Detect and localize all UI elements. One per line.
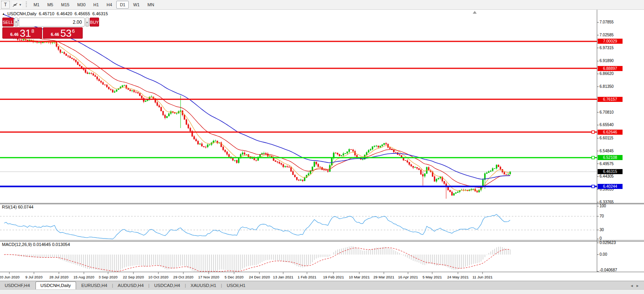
date-label: 19 Feb 2021 [323, 275, 344, 279]
status-bar [0, 289, 644, 294]
date-label: 20 Jun 2020 [0, 275, 20, 279]
rsi-panel[interactable] [0, 204, 644, 241]
tab-usdchf-h4[interactable]: USDCHF,H4 [0, 282, 35, 289]
rsi-axis-label: 70 [600, 214, 604, 218]
price-badge-6.88897: 6.88897 [598, 66, 623, 71]
rsi-axis-label: 0 [600, 236, 602, 241]
spin-down-icon: ▼ [15, 21, 18, 23]
price-axis-label: 6.60115 [600, 136, 613, 140]
price-axis-label: 6.81350 [600, 84, 614, 89]
date-label: 9 Jul 2020 [25, 275, 43, 279]
timeframe-button-M5[interactable]: M5 [44, 1, 57, 9]
volume-input[interactable] [19, 18, 85, 27]
date-label: 11 Jun 2021 [472, 275, 493, 279]
price-axis-label: 6.97315 [600, 46, 614, 50]
price-axis-label: 7.02585 [600, 33, 614, 37]
date-label: 16 Apr 2021 [398, 275, 418, 279]
tab-eurusd-h4[interactable]: EURUSD,H4 [77, 282, 112, 289]
timeframe-button-M30[interactable]: M30 [74, 1, 89, 9]
tab-audusd-h4[interactable]: AUDUSD,H4 [113, 282, 148, 289]
date-label: 10 Mar 2021 [349, 275, 369, 279]
price-badge-6.46315: 6.46315 [598, 169, 623, 174]
buy-price-display[interactable]: 6.46 53 6 [43, 27, 83, 39]
price-axis-label: 6.49575 [600, 162, 614, 166]
date-label: 13 Jan 2021 [273, 275, 293, 279]
date-label: 3 Sep 2020 [99, 275, 118, 279]
macd-panel[interactable] [0, 241, 644, 272]
date-label: 28 Jul 2020 [49, 275, 68, 279]
text-tool-button[interactable]: T [1, 1, 10, 9]
chart-header: ▲ USDCNH,Daily 6.45710 6.46420 6.45655 6… [2, 11, 108, 16]
tab-usdcad-h4[interactable]: USDCAD,H4 [149, 282, 185, 289]
timeframe-button-H4[interactable]: H4 [103, 1, 115, 9]
price-axis-label: 6.54845 [600, 149, 614, 153]
timeframe-buttons: M1M5M15M30H1H4D1W1MN [30, 1, 158, 9]
crosshair-tool-button[interactable]: ▼ [12, 1, 22, 8]
collapse-icon[interactable]: ▲ [2, 12, 5, 16]
chart-tabs: USDCHF,H4USDCNH,DailyEURUSD,H4|AUDUSD,H4… [0, 282, 250, 289]
date-label: 1 Feb 2021 [298, 275, 316, 279]
mt4-window: T ▼ M1M5M15M30H1H4D1W1MN ▲ USDCNH,Daily … [0, 0, 644, 294]
date-label: 10 Oct 2020 [148, 275, 169, 279]
sell-button-label: SELL [3, 20, 13, 25]
chevron-down-icon: ▼ [19, 3, 22, 7]
tab-scroll-arrows: ◄► [630, 284, 642, 288]
price-badge-6.40244: 6.40244 [598, 184, 623, 189]
rsi-label: RSI(14) 60.0744 [2, 205, 34, 209]
volume-down-button[interactable]: ▼ [14, 18, 18, 27]
timeframe-button-M15[interactable]: M15 [57, 1, 73, 9]
tab-scroll-right-icon[interactable]: ► [636, 284, 642, 288]
sell-price-display[interactable]: 6.46 31 8 [2, 27, 42, 39]
buy-price-pip: 6 [72, 28, 75, 34]
price-chart-panel[interactable] [0, 10, 644, 203]
ohlc-open: 6.45710 [39, 11, 54, 16]
rsi-axis-label: 30 [600, 228, 604, 232]
tab-xauusd-h1[interactable]: XAUUSD,H1 [186, 282, 221, 289]
date-label: 5 May 2021 [422, 275, 442, 279]
price-axis-label: 6.44305 [600, 174, 614, 178]
macd-axis-label: -0.040687 [600, 268, 617, 272]
sell-price-big: 31 [20, 29, 31, 38]
price-badge-6.62646: 6.62646 [598, 130, 623, 135]
toolbar-grip[interactable] [26, 2, 27, 8]
buy-button[interactable]: BUY [90, 18, 99, 27]
macd-label: MACD(12,26,9) 0.014645 0.013054 [2, 242, 70, 247]
crosshair-icon [12, 2, 18, 7]
one-click-trading-panel: SELL ▼ ▲ BUY 6.46 31 8 6.46 53 6 [2, 18, 83, 39]
date-label: 22 Sep 2020 [123, 275, 144, 279]
sell-button[interactable]: SELL [2, 18, 14, 27]
spin-up-icon: ▲ [86, 21, 89, 23]
toolbar: T ▼ M1M5M15M30H1H4D1W1MN [0, 0, 644, 10]
buy-button-label: BUY [90, 20, 99, 25]
chart-tabbar: USDCHF,H4USDCNH,DailyEURUSD,H4|AUDUSD,H4… [0, 281, 644, 289]
macd-axis-label: 0.00 [600, 252, 607, 257]
date-label: 15 Aug 2020 [73, 275, 94, 279]
price-badge-7.00029: 7.00029 [598, 39, 623, 44]
rsi-axis-label: 100 [600, 204, 606, 208]
macd-axis-label: 0.025623 [600, 241, 616, 245]
price-axis-line [597, 10, 597, 272]
date-label: 17 Nov 2020 [198, 275, 219, 279]
symbol-title: USDCNH,Daily [7, 11, 37, 16]
price-axis-label: 6.91890 [600, 59, 614, 63]
text-tool-icon: T [4, 2, 7, 7]
tab-usoil-h1[interactable]: USOil,H1 [222, 282, 250, 289]
date-label: 24 Dec 2020 [249, 275, 270, 279]
date-label: 24 May 2021 [447, 275, 469, 279]
tab-usdcnh-daily[interactable]: USDCNH,Daily [35, 282, 76, 289]
timeframe-button-MN[interactable]: MN [144, 1, 158, 9]
ohlc-high: 6.46420 [57, 11, 72, 16]
timeframe-button-H1[interactable]: H1 [90, 1, 102, 9]
price-axis-label: 6.86620 [600, 71, 614, 76]
volume-up-button[interactable]: ▲ [85, 18, 89, 27]
buy-price-big: 53 [60, 29, 72, 38]
ohlc-low: 6.45655 [75, 11, 90, 16]
price-badge-6.76157: 6.76157 [598, 97, 623, 102]
timeframe-button-W1[interactable]: W1 [130, 1, 143, 9]
ohlc-close: 6.46315 [92, 11, 108, 16]
tab-scroll-left-icon[interactable]: ◄ [630, 284, 636, 288]
price-axis-label: 6.70810 [600, 110, 614, 114]
timeframe-button-M1[interactable]: M1 [30, 1, 43, 9]
timeframe-button-D1[interactable]: D1 [116, 1, 129, 9]
sell-price-prefix: 6.46 [10, 32, 18, 37]
